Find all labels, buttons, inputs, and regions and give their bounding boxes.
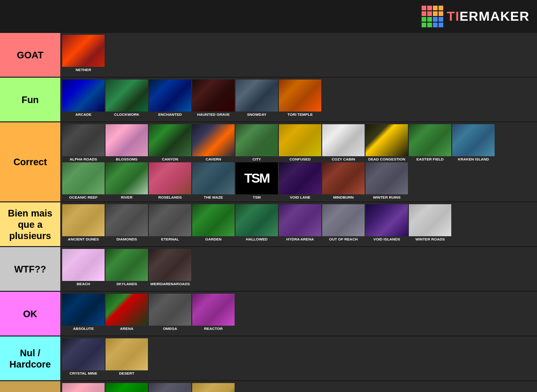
list-item[interactable]: ETERNAL [149,204,191,241]
list-item[interactable]: ABSOLUTE [62,294,105,331]
tier-label-wtf: WTF?? [0,247,60,291]
list-item[interactable]: RIVER [106,162,148,200]
list-item[interactable]: OMEGA [149,294,191,331]
list-item[interactable]: ANCIENT DUNES [62,204,105,241]
list-item[interactable]: CANYON [149,124,191,161]
map-thumbnail [62,338,105,370]
list-item[interactable]: HALLOWED [236,204,278,241]
map-name-label: WINTER ROADS [415,237,445,241]
list-item[interactable]: DESERT [106,338,148,376]
map-name-label: RIVER [121,195,132,200]
list-item[interactable]: CRYSTAL MINE [62,338,105,376]
list-item[interactable]: BLOSSOMS [106,124,148,161]
list-item[interactable]: HONEYCOMB [192,383,235,392]
list-item[interactable]: THE MAZE [192,162,235,200]
map-thumbnail [62,35,105,67]
tier-row-goat: GOATNETHER [0,33,537,78]
list-item[interactable]: HYDRA ARENA [279,204,321,241]
map-name-label: TSM [253,195,261,200]
map-thumbnail [279,124,321,156]
tier-row-jamais: Jamais faîtesCASEHEADGREEN SCREENBLACK B… [0,381,537,392]
list-item[interactable]: REACTOR [192,294,235,331]
map-name-label: CANYON [162,157,179,161]
map-thumbnail [366,162,408,194]
list-item[interactable]: ENCHANTED [149,80,191,117]
map-name-label: WEIRDARENAROADS [150,282,190,286]
list-item[interactable]: VOID ISLANDS [366,204,408,241]
map-thumbnail [452,124,495,156]
logo-grid-cell [422,17,426,22]
map-thumbnail [279,162,321,194]
map-thumbnail [192,124,235,156]
list-item[interactable]: CASEHEAD [62,383,105,392]
list-item[interactable]: COZY CABIN [322,124,365,161]
map-name-label: DESERT [119,371,134,376]
logo-grid-cell [439,17,443,22]
list-item[interactable]: CITY [236,124,278,161]
list-item[interactable]: MINDBURN [322,162,365,200]
map-name-label: OCEANIC REEF [69,195,98,200]
list-item[interactable]: SNOWDAY [236,80,278,117]
tier-content-ok: ABSOLUTEARENAOMEGAREACTOR [60,292,537,336]
list-item[interactable]: OUT OF REACH [322,204,365,241]
list-item[interactable]: WEIRDARENAROADS [149,249,191,286]
map-name-label: DEAD CONGESTION [368,157,406,161]
map-thumbnail [192,80,235,112]
tier-row-bien: Bien mais que a plusieursANCIENT DUNESDI… [0,202,537,247]
tier-label-bien: Bien mais que a plusieurs [0,202,60,246]
map-name-label: TORI TEMPLE [287,112,313,117]
map-thumbnail [279,204,321,236]
map-name-label: NETHER [76,68,91,72]
list-item[interactable]: KRAKEN ISLAND [452,124,495,161]
list-item[interactable]: ALPHA ROADS [62,124,105,161]
map-name-label: CONFUSED [290,157,311,161]
map-name-label: HAUNTED GRAVE [197,112,229,117]
map-thumbnail [62,383,105,392]
tier-label-ok: OK [0,292,60,336]
map-thumbnail [236,80,278,112]
list-item[interactable]: NETHER [62,35,105,72]
tier-row-ok: OKABSOLUTEARENAOMEGAREACTOR [0,292,537,336]
list-item[interactable]: CLOCKWORK [106,80,148,117]
list-item[interactable]: GREEN SCREEN [106,383,148,392]
map-thumbnail [366,204,408,236]
tier-row-fun: FunARCADECLOCKWORKENCHANTEDHAUNTED GRAVE… [0,78,537,122]
list-item[interactable]: WINTER ROADS [409,204,451,241]
list-item[interactable]: HAUNTED GRAVE [192,80,235,117]
map-thumbnail [62,162,105,194]
tiermaker-logo: TiERMAKER [422,6,529,27]
list-item[interactable]: ARCADE [62,80,105,117]
list-item[interactable]: CONFUSED [279,124,321,161]
logo-grid-cell [427,23,432,27]
list-item[interactable]: BLACK BLIZZARD [149,383,191,392]
map-thumbnail [192,294,235,326]
map-name-label: VOID ISLANDS [374,237,400,241]
list-item[interactable]: BEACH [62,249,105,286]
list-item[interactable]: ARENA [106,294,148,331]
map-name-label: COZY CABIN [332,157,355,161]
list-item[interactable]: CAVERN [192,124,235,161]
list-item[interactable]: GARDEN [192,204,235,241]
header: TiERMAKER [0,0,537,33]
list-item[interactable]: SKYLANDS [106,249,148,286]
list-item[interactable]: EASTER FIELD [409,124,451,161]
logo-grid-cell [433,6,438,10]
map-thumbnail [106,338,148,370]
list-item[interactable]: DIAMONDS [106,204,148,241]
list-item[interactable]: ROSELANDS [149,162,191,200]
list-item[interactable]: OCEANIC REEF [62,162,105,200]
list-item[interactable]: TSMTSM [236,162,278,200]
map-name-label: WINTER RUINS [373,195,401,200]
list-item[interactable]: VOID LANE [279,162,321,200]
logo-grid-cell [427,11,432,16]
list-item[interactable]: WINTER RUINS [366,162,408,200]
map-name-label: ROSELANDS [158,195,182,200]
map-thumbnail [149,249,191,281]
list-item[interactable]: DEAD CONGESTION [366,124,408,161]
map-name-label: SNOWDAY [247,112,266,117]
map-thumbnail [149,294,191,326]
map-name-label: REACTOR [204,327,222,331]
map-name-label: ARENA [120,327,133,331]
list-item[interactable]: TORI TEMPLE [279,80,321,117]
tier-content-jamais: CASEHEADGREEN SCREENBLACK BLIZZARDHONEYC… [60,381,537,392]
